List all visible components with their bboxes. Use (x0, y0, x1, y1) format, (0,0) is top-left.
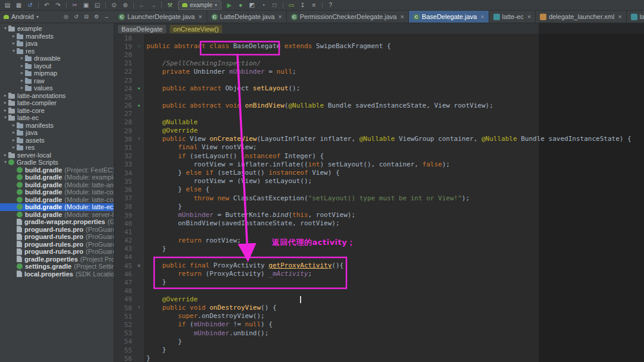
close-tab-icon[interactable]: × (278, 13, 282, 20)
tree-item-latte-core[interactable]: ▸latte-core (0, 107, 114, 115)
close-tab-icon[interactable]: × (527, 13, 531, 20)
avd-manager-icon[interactable]: ▭ (286, 1, 296, 10)
expand-arrow-icon[interactable]: ▸ (2, 107, 8, 115)
gutter-line-54[interactable]: 54 (114, 338, 143, 346)
gutter-line-29[interactable]: 29 (114, 127, 143, 135)
gutter-line-36[interactable]: 36 (114, 185, 143, 194)
tree-item-settings.gradle[interactable]: settings.gradle(Project Settings) (0, 263, 114, 270)
tree-item-latte-annotations[interactable]: ▸latte-annotations (0, 92, 114, 100)
tree-item-drawable[interactable]: ▸drawable (0, 55, 114, 62)
gutter-line-43[interactable]: 43 (114, 245, 143, 253)
gutter-line-33[interactable]: 33 (114, 160, 143, 169)
stop-icon[interactable]: □ (270, 1, 280, 10)
close-tab-icon[interactable]: × (198, 13, 202, 20)
tree-item-build.gradle[interactable]: build.gradle(Module: example) (0, 174, 114, 181)
tree-item-layout[interactable]: ▸layout (0, 62, 114, 70)
gutter-line-22[interactable]: 22 (114, 68, 143, 76)
undo-icon[interactable]: ↶ (42, 1, 52, 10)
gutter-line-40[interactable]: 40 (114, 219, 143, 228)
expand-arrow-icon[interactable]: ▸ (19, 77, 25, 85)
gutter-line-45[interactable]: 45o (114, 262, 143, 270)
gutter-line-53[interactable]: 53 (114, 329, 143, 338)
gutter-line-49[interactable]: 49 (114, 295, 143, 304)
cut-icon[interactable]: ✂ (70, 1, 80, 10)
expand-arrow-icon[interactable]: ▾ (2, 25, 8, 33)
tree-item-gradle.properties[interactable]: gradle.properties(Project Properties) (0, 256, 114, 263)
gutter-line-19[interactable]: 19○ (114, 42, 143, 51)
gutter-line-25[interactable]: 25 (114, 93, 143, 101)
gutter-line-28[interactable]: 28 (114, 118, 143, 127)
expand-arrow-icon[interactable]: ▾ (2, 159, 8, 166)
tree-item-server-local[interactable]: ▸server-local (0, 152, 114, 159)
tree-item-java[interactable]: ▸java (0, 40, 114, 48)
tree-item-res[interactable]: ▾res (0, 48, 114, 55)
gutter-line-26[interactable]: 26● (114, 102, 143, 110)
forward-icon[interactable]: → (148, 1, 158, 10)
close-tab-icon[interactable]: × (618, 13, 621, 20)
tree-item-gradle-wrapper.properties[interactable]: gradle-wrapper.properties(Gradle Version… (0, 218, 114, 226)
expand-arrow-icon[interactable]: ▸ (19, 70, 25, 77)
expand-arrow-icon[interactable]: ▾ (11, 48, 17, 55)
debug-icon[interactable]: ● (236, 1, 246, 10)
expand-arrow-icon[interactable]: ▸ (11, 129, 17, 137)
implemented-marker-icon[interactable]: ● (135, 84, 143, 93)
gutter-line-31[interactable]: 31 (114, 143, 143, 152)
gutter-line-55[interactable]: 55 (114, 346, 143, 354)
tree-item-latte-ec[interactable]: ▾latte-ec (0, 114, 114, 122)
tab-latte-ec[interactable]: latte-ec× (489, 11, 536, 23)
gutter-line-23[interactable]: 23 (114, 76, 143, 84)
tree-item-example[interactable]: ▾example (0, 25, 114, 33)
hide-panel-icon[interactable]: ↔ (102, 12, 111, 21)
expand-arrow-icon[interactable]: ▸ (2, 92, 8, 100)
tree-item-local.properties[interactable]: local.properties(SDK Location) (0, 270, 114, 278)
sync-icon[interactable]: ↺ (25, 1, 35, 10)
tree-item-manifests[interactable]: ▸manifests (0, 33, 114, 40)
expand-arrow-icon[interactable]: ▸ (11, 122, 17, 130)
tab-BaseDelegate.java[interactable]: CBaseDelegate.java× (409, 11, 489, 23)
tree-item-proguard-rules.pro[interactable]: proguard-rules.pro(ProGuard Rules for ex… (0, 226, 114, 234)
expand-arrow-icon[interactable]: ▸ (19, 55, 25, 62)
tree-item-Gradle Scripts[interactable]: ▾Gradle Scripts (0, 159, 114, 166)
tree-item-java[interactable]: ▸java (0, 129, 114, 137)
gutter-line-51[interactable]: 51 (114, 312, 143, 320)
tree-item-proguard-rules.pro[interactable]: proguard-rules.pro(ProGuard Rules for se… (0, 248, 114, 256)
gutter-line-30[interactable]: 30↑ (114, 135, 143, 143)
save-all-icon[interactable]: ▦ (14, 1, 24, 10)
sync-icon[interactable]: ↺ (72, 12, 80, 21)
copy-icon[interactable]: ▣ (81, 1, 91, 10)
annotated-marker-icon[interactable]: o (135, 262, 143, 270)
expand-arrow-icon[interactable]: ▸ (2, 152, 8, 159)
tree-item-manifests[interactable]: ▸manifests (0, 122, 114, 130)
close-tab-icon[interactable]: × (480, 13, 484, 20)
expand-arrow-icon[interactable]: ▸ (2, 99, 8, 107)
profiler-icon[interactable]: ◔ (258, 1, 268, 10)
open-project-icon[interactable]: ▤ (2, 1, 12, 10)
tree-item-proguard-rules.pro[interactable]: proguard-rules.pro(ProGuard Rules for la… (0, 241, 114, 248)
gutter-line-44[interactable]: 44 (114, 253, 143, 262)
replace-icon[interactable]: ⊜ (120, 1, 130, 10)
gutter-line-52[interactable]: 52 (114, 320, 143, 329)
tree-item-res[interactable]: ▸res (0, 144, 114, 152)
overrides-marker-icon[interactable]: ↑ (135, 304, 143, 312)
project-view-selector[interactable]: Android ▾ ◎↺⊟⚙↔ (0, 11, 114, 23)
breadcrumb-chip[interactable]: BaseDelegate (118, 25, 166, 33)
implemented-marker-icon[interactable]: ● (135, 102, 143, 110)
expand-arrow-icon[interactable]: ▸ (11, 144, 17, 152)
gutter-line-56[interactable]: 56 (114, 354, 143, 362)
tree-item-build.gradle[interactable]: build.gradle(Module: latte-compiler) (0, 188, 114, 196)
tree-item-raw[interactable]: ▸raw (0, 77, 114, 85)
tree-item-build.gradle[interactable]: build.gradle(Module: server-local) (0, 211, 114, 219)
sdk-manager-icon[interactable]: ↧ (298, 1, 308, 10)
gutter-line-39[interactable]: 39 (114, 211, 143, 219)
back-icon[interactable]: ← (137, 1, 147, 10)
tab-PermissionCheckerDelegate.java[interactable]: CPermissionCheckerDelegate.java× (287, 11, 409, 23)
device-monitor-icon[interactable]: ≡ (309, 1, 319, 10)
run-icon[interactable]: ▶ (224, 1, 235, 10)
tree-item-build.gradle[interactable]: build.gradle(Module: latte-core) (0, 196, 114, 204)
gutter-line-37[interactable]: 37 (114, 194, 143, 203)
gutter-line-34[interactable]: 34 (114, 169, 143, 177)
gutter-line-48[interactable]: 48 (114, 287, 143, 295)
tab-delegate_launcher.xml[interactable]: delegate_launcher.xml× (536, 11, 627, 23)
collapse-all-icon[interactable]: ⊟ (82, 12, 90, 21)
build-icon[interactable]: ⚒ (165, 1, 175, 10)
